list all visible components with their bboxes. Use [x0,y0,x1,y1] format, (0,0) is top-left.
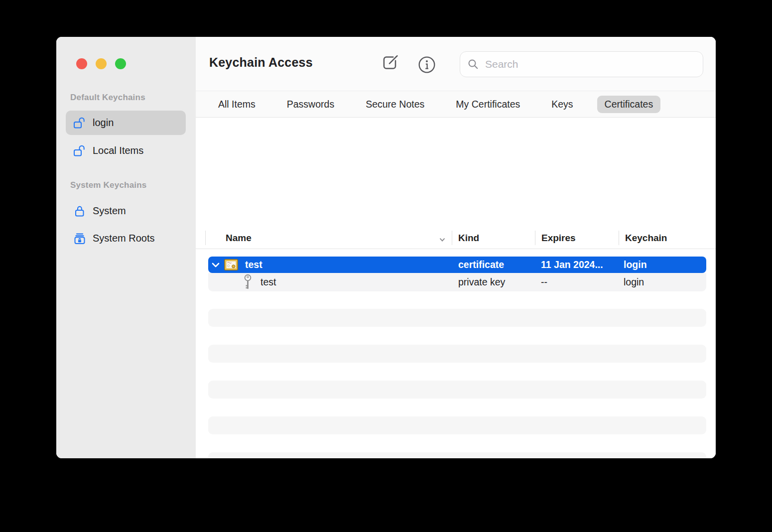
lockbox-icon [73,232,86,245]
column-header-kind[interactable]: Kind [458,227,479,249]
column-separator [205,231,206,245]
sidebar: Default Keychains login Local [56,37,196,458]
table-row-private-key-test[interactable]: test private key -- login [208,273,706,291]
tab-secure-notes[interactable]: Secure Notes [358,96,432,113]
empty-row-stripe [208,452,706,458]
search-input[interactable] [484,58,696,71]
row-name: test [245,257,262,273]
toolbar: Keychain Access [196,37,716,91]
row-name: test [260,273,276,291]
category-tabs: All Items Passwords Secure Notes My Cert… [196,91,716,118]
search-icon [467,58,479,70]
desktop: Default Keychains login Local [0,0,772,532]
lock-icon [73,205,86,218]
search-field [460,51,703,77]
table-header: Name Kind Expires Keychain [196,227,716,249]
row-keychain: login [624,273,644,291]
table-row-certificate-test[interactable]: test certificate 11 Jan 2024... login [208,257,706,273]
row-kind: certificate [458,257,504,273]
page-title: Keychain Access [209,55,313,70]
info-icon [417,55,436,76]
sidebar-item-system[interactable]: System [66,199,186,223]
compose-button[interactable] [379,52,401,74]
tab-certificates[interactable]: Certificates [597,96,661,113]
unlock-icon [73,144,86,157]
sidebar-section-system-keychains: System Keychains [70,180,146,190]
column-header-expires[interactable]: Expires [541,227,576,249]
column-separator[interactable] [619,231,619,245]
row-expires: 11 Jan 2024... [541,257,603,273]
column-header-name[interactable]: Name [226,227,252,249]
main-pane: Keychain Access [196,37,716,458]
zoom-button[interactable] [115,58,126,69]
row-expires: -- [541,273,547,291]
tab-my-certificates[interactable]: My Certificates [448,96,527,113]
column-separator[interactable] [452,231,452,245]
keychain-access-window: Default Keychains login Local [56,37,716,458]
empty-row-stripe [208,309,706,327]
sidebar-item-label: Local Items [93,145,143,156]
sort-chevron-down-icon [439,235,446,244]
tab-passwords[interactable]: Passwords [279,96,342,113]
sidebar-item-login[interactable]: login [66,111,186,135]
key-icon [244,273,252,291]
row-kind: private key [458,273,505,291]
info-button[interactable] [416,54,438,76]
sidebar-item-label: System [93,205,126,217]
certificate-icon [224,257,238,273]
close-button[interactable] [76,58,87,69]
empty-row-stripe [208,345,706,363]
column-header-keychain[interactable]: Keychain [625,227,667,249]
compose-icon [380,52,400,75]
tab-keys[interactable]: Keys [544,96,580,113]
traffic-lights [76,58,126,69]
sidebar-section-default-keychains: Default Keychains [70,93,145,103]
empty-row-stripe [208,416,706,434]
empty-row-stripe [208,381,706,399]
column-separator[interactable] [535,231,535,245]
sidebar-item-local-items[interactable]: Local Items [66,138,186,163]
tab-all-items[interactable]: All Items [211,96,263,113]
sidebar-item-label: System Roots [93,233,154,244]
sidebar-item-system-roots[interactable]: System Roots [66,226,186,251]
unlock-icon [73,117,86,130]
sidebar-item-label: login [93,117,114,129]
minimize-button[interactable] [96,58,107,69]
chevron-down-icon[interactable] [212,257,220,273]
row-keychain: login [624,257,647,273]
